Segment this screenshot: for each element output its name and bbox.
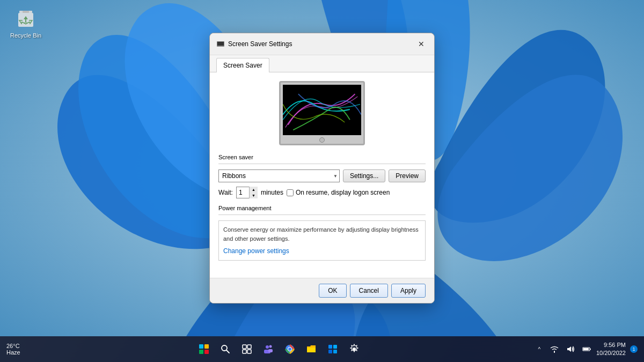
resume-checkbox[interactable] — [287, 189, 294, 196]
svg-rect-18 — [243, 350, 246, 353]
svg-rect-12 — [199, 350, 203, 354]
wifi-icon[interactable] — [548, 339, 561, 359]
screen-saver-section: Screen saver Ribbons ▼ Settings... Previ… — [218, 154, 426, 198]
power-description: Conserve energy or maximize performance … — [223, 225, 421, 243]
svg-point-26 — [288, 348, 291, 351]
taskbar: 26°C Haze — [0, 336, 644, 362]
screensaver-dropdown[interactable]: Ribbons — [218, 169, 340, 182]
spinner-buttons: ▲ ▼ — [249, 187, 258, 198]
monitor-base-circle — [319, 137, 325, 143]
resume-text: On resume, display logon screen — [296, 189, 390, 196]
power-management-label: Power management — [218, 205, 426, 211]
svg-rect-23 — [268, 349, 273, 352]
weather-desc: Haze — [6, 349, 20, 356]
svg-rect-30 — [328, 350, 332, 353]
monitor-stand — [281, 136, 363, 144]
svg-line-15 — [226, 350, 229, 353]
svg-rect-17 — [247, 345, 251, 349]
svg-rect-35 — [590, 349, 591, 350]
taskbar-teams-button[interactable] — [259, 339, 278, 359]
battery-icon[interactable] — [580, 339, 593, 359]
power-management-section: Power management Conserve energy or maxi… — [218, 205, 426, 261]
clock-time: 9:56 PM — [596, 341, 626, 349]
dialog-tabs: Screen Saver — [210, 55, 434, 72]
power-box: Conserve energy or maximize performance … — [218, 220, 426, 261]
taskbar-search-button[interactable] — [216, 339, 235, 359]
desktop: Recycle Bin Screen Saver Settings ✕ Scre… — [0, 0, 644, 362]
spinner-down-button[interactable]: ▼ — [250, 193, 258, 198]
svg-point-22 — [269, 345, 272, 348]
notification-badge[interactable]: 1 — [630, 345, 638, 353]
resume-label[interactable]: On resume, display logon screen — [287, 189, 390, 196]
svg-rect-16 — [243, 345, 246, 349]
svg-rect-7 — [217, 42, 224, 46]
system-tray: ^ — [534, 339, 638, 359]
system-tray-overflow-button[interactable]: ^ — [534, 339, 545, 359]
taskbar-settings-button[interactable] — [345, 339, 364, 359]
tab-screen-saver[interactable]: Screen Saver — [216, 58, 269, 72]
dialog-icon — [216, 40, 225, 48]
svg-rect-19 — [247, 350, 251, 353]
preview-button[interactable]: Preview — [389, 169, 426, 182]
dialog-close-button[interactable]: ✕ — [415, 38, 428, 50]
svg-rect-13 — [204, 350, 209, 354]
taskbar-task-view-button[interactable] — [237, 339, 257, 359]
dialog-titlebar: Screen Saver Settings ✕ — [210, 33, 434, 55]
screensaver-controls: Ribbons ▼ Settings... Preview — [218, 169, 426, 182]
dropdown-wrapper: Ribbons ▼ — [218, 169, 340, 182]
apply-button[interactable]: Apply — [391, 284, 426, 298]
dialog-overlay: Screen Saver Settings ✕ Screen Saver — [0, 0, 644, 336]
settings-button[interactable]: Settings... — [343, 169, 385, 182]
wait-row: Wait: ▲ ▼ minutes On resume, display log… — [218, 187, 426, 198]
dialog-content: Screen saver Ribbons ▼ Settings... Previ… — [210, 72, 434, 278]
section-divider-1 — [218, 164, 426, 164]
change-power-settings-link[interactable]: Change power settings — [223, 247, 289, 255]
weather-temp: 26°C — [6, 343, 20, 349]
screen-saver-label: Screen saver — [218, 154, 426, 160]
dialog-buttons: OK Cancel Apply — [210, 278, 434, 303]
volume-icon[interactable] — [564, 339, 577, 359]
taskbar-explorer-button[interactable] — [302, 339, 321, 359]
section-divider-2 — [218, 215, 426, 215]
svg-rect-29 — [333, 345, 337, 349]
svg-rect-27 — [307, 348, 316, 352]
taskbar-chrome-button[interactable] — [280, 339, 299, 359]
ok-button[interactable]: OK — [319, 284, 346, 298]
weather-widget: 26°C Haze — [6, 343, 20, 356]
monitor-screen — [283, 85, 361, 135]
spinner-up-button[interactable]: ▲ — [250, 187, 258, 193]
svg-rect-10 — [199, 344, 203, 349]
system-clock[interactable]: 9:56 PM 10/20/2022 — [596, 341, 626, 358]
svg-rect-11 — [204, 344, 209, 349]
taskbar-widget-button[interactable] — [323, 339, 342, 359]
screen-saver-settings-dialog: Screen Saver Settings ✕ Screen Saver — [209, 33, 435, 304]
svg-rect-28 — [328, 345, 332, 349]
clock-date: 10/20/2022 — [596, 349, 626, 357]
dialog-title-left: Screen Saver Settings — [216, 40, 292, 48]
wait-label: Wait: — [218, 189, 233, 196]
taskbar-start-button[interactable] — [194, 339, 214, 359]
monitor-preview — [279, 81, 365, 145]
minutes-label: minutes — [261, 189, 283, 196]
svg-point-20 — [266, 345, 269, 349]
preview-container — [218, 81, 426, 145]
dialog-title: Screen Saver Settings — [228, 40, 292, 48]
cancel-button[interactable]: Cancel — [350, 284, 388, 298]
svg-rect-34 — [583, 348, 589, 350]
svg-rect-8 — [219, 46, 222, 47]
wait-input-wrapper: ▲ ▼ — [236, 187, 258, 198]
svg-rect-31 — [333, 350, 337, 353]
